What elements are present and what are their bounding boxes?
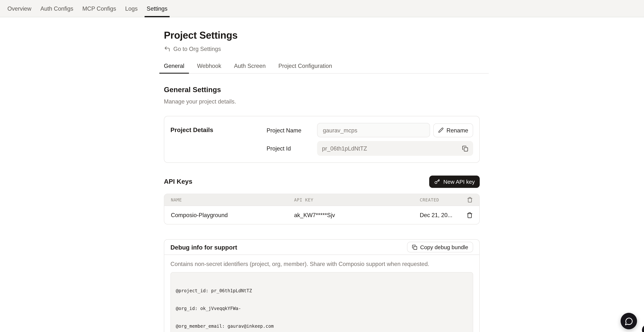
debug-card-title: Debug info for support — [170, 244, 237, 250]
tab-project-configuration[interactable]: Project Configuration — [274, 63, 337, 73]
debug-card-body: Contains non-secret identifiers (project… — [164, 255, 480, 332]
chat-widget-button[interactable] — [620, 313, 637, 329]
go-to-org-settings-label: Go to Org Settings — [173, 46, 221, 52]
project-name-input[interactable] — [317, 123, 430, 137]
tab-auth-screen[interactable]: Auth Screen — [230, 63, 270, 73]
api-keys-header-row: API Keys New API key — [164, 176, 480, 188]
api-keys-table: NAME API KEY CREATED Composio-Playground… — [164, 194, 480, 224]
corner-up-left-icon — [164, 46, 170, 52]
new-api-key-label: New API key — [443, 179, 475, 185]
debug-line: @org_id: ok_jVveqqkYFWa- — [176, 306, 468, 312]
new-api-key-button[interactable]: New API key — [429, 176, 480, 188]
go-to-org-settings-link[interactable]: Go to Org Settings — [164, 45, 480, 53]
pencil-icon — [438, 127, 444, 133]
debug-info-card: Debug info for support Copy debug bundle… — [164, 239, 480, 332]
copy-project-id-button[interactable] — [462, 145, 468, 151]
copy-debug-bundle-label: Copy debug bundle — [420, 244, 468, 250]
col-header-created: CREATED — [420, 197, 462, 202]
edge-widget-partial — [642, 324, 644, 332]
project-details-title: Project Details — [170, 123, 267, 156]
debug-description: Contains non-secret identifiers (project… — [170, 260, 473, 268]
debug-line: @org_member_email: gaurav@inkeep.com — [176, 323, 468, 329]
delete-api-key-button[interactable] — [466, 212, 473, 218]
copy-debug-bundle-button[interactable]: Copy debug bundle — [407, 242, 473, 252]
page-title: Project Settings — [164, 29, 480, 42]
trash-icon — [467, 197, 473, 203]
general-settings-heading: General Settings — [164, 85, 480, 94]
api-key-row: Composio-Playground ak_KW7*****Sjv Dec 2… — [164, 206, 480, 224]
api-key-masked: ak_KW7*****Sjv — [294, 212, 420, 218]
project-details-card: Project Details Project Name Rename Proj… — [164, 116, 480, 163]
project-id-value: pr_06th1pLdNtTZ — [322, 145, 462, 152]
nav-item-overview[interactable]: Overview — [3, 0, 36, 17]
project-id-label: Project Id — [266, 145, 317, 152]
debug-card-header: Debug info for support Copy debug bundle — [164, 240, 480, 255]
project-details-fields: Project Name Rename Project Id pr_06th1p… — [266, 123, 473, 156]
general-settings-subheading: Manage your project details. — [164, 97, 480, 106]
col-header-name: NAME — [171, 197, 294, 202]
tab-webhook[interactable]: Webhook — [192, 63, 226, 73]
api-keys-table-header: NAME API KEY CREATED — [164, 194, 480, 206]
nav-item-mcp-configs[interactable]: MCP Configs — [78, 0, 121, 17]
nav-item-auth-configs[interactable]: Auth Configs — [36, 0, 78, 17]
project-name-row: Project Name Rename — [266, 123, 473, 137]
main-content: Project Settings Go to Org Settings Gene… — [159, 17, 489, 332]
debug-line: @project_id: pr_06th1pLdNtTZ — [176, 288, 468, 294]
nav-item-settings[interactable]: Settings — [142, 0, 172, 17]
rename-button[interactable]: Rename — [433, 123, 473, 137]
top-navigation: Overview Auth Configs MCP Configs Logs S… — [0, 0, 644, 17]
settings-tabs: General Webhook Auth Screen Project Conf… — [159, 63, 489, 74]
project-id-row: Project Id pr_06th1pLdNtTZ — [266, 141, 473, 156]
api-key-name: Composio-Playground — [171, 212, 294, 218]
page: Overview Auth Configs MCP Configs Logs S… — [0, 0, 644, 332]
project-id-field: pr_06th1pLdNtTZ — [317, 141, 473, 156]
nav-item-logs[interactable]: Logs — [120, 0, 142, 17]
debug-bundle-code: @project_id: pr_06th1pLdNtTZ @org_id: ok… — [170, 272, 473, 332]
chat-bubble-icon — [624, 317, 633, 325]
col-header-delete — [461, 197, 479, 203]
api-key-created: Dec 21, 20... — [420, 212, 462, 218]
copy-icon — [412, 244, 417, 250]
col-header-api-key: API KEY — [294, 197, 420, 202]
tab-general[interactable]: General — [159, 63, 189, 73]
project-name-label: Project Name — [266, 127, 317, 133]
key-icon — [434, 179, 440, 185]
rename-button-label: Rename — [446, 127, 468, 133]
api-keys-heading: API Keys — [164, 178, 192, 185]
trash-icon — [466, 212, 473, 218]
copy-icon — [462, 145, 468, 151]
